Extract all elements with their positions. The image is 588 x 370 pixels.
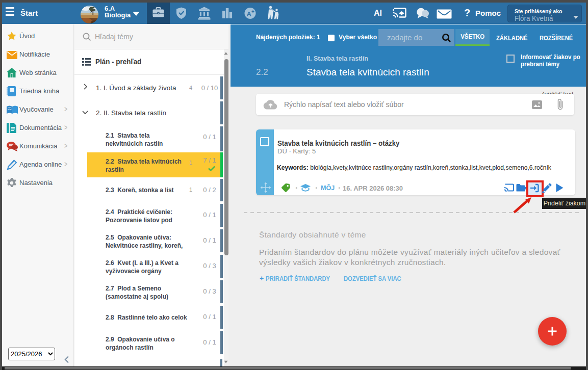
svg-text:A: A xyxy=(247,10,252,18)
svg-text:+: + xyxy=(251,9,254,14)
